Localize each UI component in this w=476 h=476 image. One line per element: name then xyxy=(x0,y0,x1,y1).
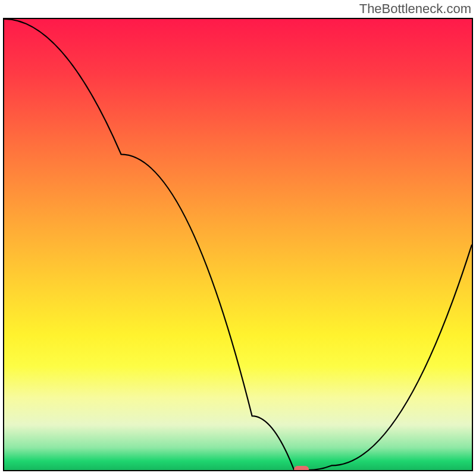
optimal-marker xyxy=(294,466,309,470)
bottleneck-chart: TheBottleneck.com xyxy=(0,0,476,476)
plot-area xyxy=(3,18,473,471)
bottleneck-curve-line xyxy=(4,19,472,470)
watermark-text: TheBottleneck.com xyxy=(359,1,471,17)
chart-overlay xyxy=(4,19,472,470)
